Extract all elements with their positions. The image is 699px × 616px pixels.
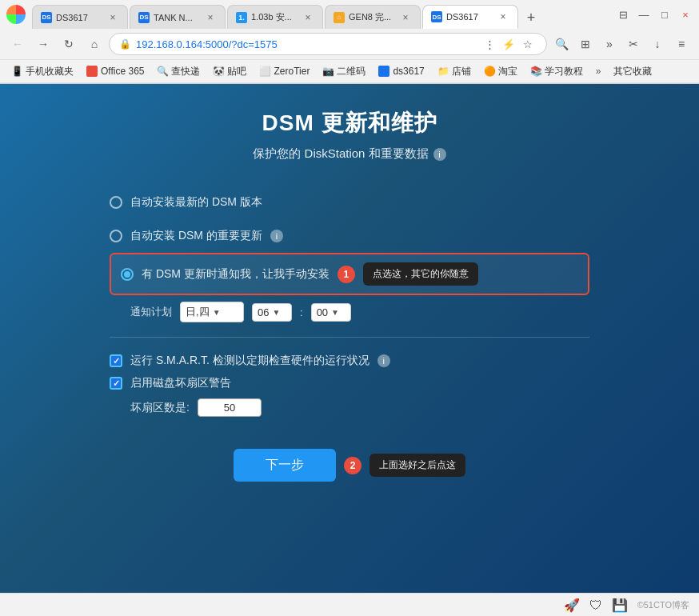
bookmark-express[interactable]: 🔍 查快递	[152, 63, 205, 80]
bookmark-taobao[interactable]: 🟠 淘宝	[479, 63, 522, 80]
bookmark-zerotier[interactable]: ⬜ ZeroTier	[254, 64, 314, 78]
option-row-2: 自动安装 DSM 的重要更新 i	[110, 219, 589, 253]
bookmark-store[interactable]: 📁 店铺	[433, 63, 476, 80]
window-minimize-button[interactable]: —	[637, 7, 651, 22]
tab-label-5: DS3617	[446, 12, 493, 22]
bookmark-other[interactable]: 其它收藏	[609, 63, 657, 80]
bookmark-tieba-label: 贴吧	[227, 65, 246, 78]
bad-sector-label: 坏扇区数是:	[130, 401, 190, 415]
bookmark-store-icon: 📁	[437, 66, 449, 77]
tab-ds3617-1[interactable]: DS DS3617 ×	[32, 5, 128, 29]
schedule-minute-select[interactable]: 00 ▼	[311, 303, 351, 322]
smart-checkbox[interactable]	[110, 354, 122, 367]
bookmark-office[interactable]: Office 365	[82, 64, 149, 78]
bookmark-ds3617-label: ds3617	[393, 66, 424, 77]
tab-close-3[interactable]: ×	[302, 11, 314, 24]
download-icon[interactable]: ↓	[646, 33, 669, 55]
tab-tank[interactable]: DS TANK N... ×	[130, 5, 226, 29]
annotation-badge-1: 1	[338, 266, 355, 283]
window-close-button[interactable]: ×	[678, 7, 693, 22]
back-button[interactable]: ←	[6, 33, 29, 55]
home-button[interactable]: ⌂	[83, 33, 106, 55]
annotation-tooltip-1: 点选这，其它的你随意	[363, 262, 478, 286]
bookmark-taobao-label: 淘宝	[498, 65, 517, 78]
subtitle-text: 保护您的 DiskStation 和重要数据	[253, 146, 428, 162]
smart-check-label: 运行 S.M.A.R.T. 检测以定期检查硬件的运行状况	[130, 354, 369, 368]
schedule-colon: :	[300, 306, 303, 318]
star-icon[interactable]: ☆	[519, 35, 537, 53]
option-label-1: 自动安装最新的 DSM 版本	[130, 195, 262, 210]
option-row-1: 自动安装最新的 DSM 版本	[110, 186, 589, 219]
schedule-hour-select[interactable]: 06 ▼	[252, 303, 292, 322]
tab-favicon-4: ⌂	[334, 12, 345, 23]
bookmark-more[interactable]: »	[591, 64, 606, 78]
schedule-minute-value: 00	[317, 306, 328, 318]
cut-icon[interactable]: ✂	[622, 33, 645, 55]
status-rocket-icon[interactable]: 🚀	[564, 598, 580, 613]
tab-label-4: GEN8 完...	[349, 11, 396, 23]
window-maximize-button[interactable]: □	[657, 7, 672, 22]
page-title: DSM 更新和维护	[262, 108, 437, 138]
bad-sector-input[interactable]	[198, 398, 262, 417]
notification-schedule: 通知计划 日,四 ▼ 06 ▼ : 00 ▼	[110, 295, 589, 329]
schedule-day-arrow: ▼	[213, 308, 221, 317]
schedule-minute-arrow: ▼	[331, 308, 339, 317]
tab-favicon-2: DS	[138, 12, 150, 23]
tab-ds3617-active[interactable]: DS DS3617 ×	[422, 5, 518, 29]
next-step-button[interactable]: 下一步	[234, 449, 336, 482]
schedule-label: 通知计划	[130, 305, 172, 319]
tab-close-2[interactable]: ×	[204, 11, 217, 24]
radio-btn-2[interactable]	[110, 230, 122, 242]
smart-check-row: 运行 S.M.A.R.T. 检测以定期检查硬件的运行状况 i	[110, 354, 589, 368]
next-button-label: 下一步	[266, 457, 304, 474]
address-bar[interactable]: 🔒 192.168.0.164:5000/?dc=1575 ⋮ ⚡ ☆	[109, 33, 547, 55]
bookmark-tieba-icon: 🐼	[213, 66, 224, 77]
tab-close-5[interactable]: ×	[497, 10, 509, 23]
flash-icon[interactable]: ⚡	[500, 35, 517, 53]
grid-button[interactable]: ⊞	[574, 33, 597, 55]
bookmark-qr[interactable]: 📷 二维码	[318, 63, 370, 80]
tab-favicon-3: 1.	[236, 12, 247, 23]
bookmark-mobile[interactable]: 📱 手机收藏夹	[6, 63, 78, 80]
bookmark-zerotier-icon: ⬜	[259, 66, 270, 77]
schedule-hour-arrow: ▼	[272, 308, 280, 317]
status-shield-icon[interactable]: 🛡	[589, 598, 602, 613]
tab-close-4[interactable]: ×	[399, 11, 412, 24]
status-download-icon[interactable]: 💾	[612, 598, 628, 613]
address-text: 192.168.0.164:5000/?dc=1575	[136, 38, 481, 50]
radio-btn-3[interactable]	[121, 268, 134, 281]
smart-info-icon[interactable]: i	[377, 354, 390, 367]
radio-btn-1[interactable]	[110, 196, 122, 209]
browser-logo	[6, 5, 26, 24]
tabs-container: DS DS3617 × DS TANK N... × 1. 1.03b 安...…	[32, 0, 609, 29]
window-settings-button[interactable]: ⊟	[616, 7, 630, 22]
bookmark-learning[interactable]: 📚 学习教程	[525, 63, 588, 80]
nav-bar: ← → ↻ ⌂ 🔒 192.168.0.164:5000/?dc=1575 ⋮ …	[0, 29, 699, 59]
bad-sector-checkbox[interactable]	[110, 377, 122, 390]
forward-button[interactable]: →	[32, 33, 54, 55]
bookmark-taobao-icon: 🟠	[484, 66, 495, 77]
tab-gen8[interactable]: ⌂ GEN8 完... ×	[325, 5, 421, 29]
extensions-icon[interactable]: ⋮	[481, 35, 498, 53]
more-tools-button[interactable]: »	[598, 33, 621, 55]
tab-label-2: TANK N...	[154, 13, 201, 22]
lock-icon: 🔒	[119, 38, 131, 50]
smart-section: 运行 S.M.A.R.T. 检测以定期检查硬件的运行状况 i 启用磁盘坏扇区警告…	[110, 346, 589, 425]
options-panel: 自动安装最新的 DSM 版本 自动安装 DSM 的重要更新 i 有 DSM 更新…	[110, 186, 589, 425]
bookmark-express-icon: 🔍	[157, 66, 168, 77]
refresh-button[interactable]: ↻	[58, 33, 80, 55]
window-controls: ⊟ — □ ×	[616, 7, 693, 22]
search-button[interactable]: 🔍	[550, 33, 573, 55]
bookmark-mobile-icon: 📱	[11, 66, 22, 77]
tab-103b[interactable]: 1. 1.03b 安... ×	[227, 5, 323, 29]
new-tab-button[interactable]: +	[520, 6, 542, 29]
subtitle-info-icon[interactable]: i	[433, 148, 446, 161]
schedule-hour-value: 06	[258, 306, 269, 318]
page-subtitle: 保护您的 DiskStation 和重要数据 i	[253, 146, 445, 162]
bookmark-tieba[interactable]: 🐼 贴吧	[208, 63, 251, 80]
bookmark-ds3617[interactable]: ds3617	[373, 64, 429, 78]
schedule-day-select[interactable]: 日,四 ▼	[180, 302, 244, 322]
menu-button[interactable]: ≡	[670, 33, 693, 55]
tab-close-1[interactable]: ×	[106, 11, 119, 24]
option2-info-icon[interactable]: i	[270, 230, 283, 242]
